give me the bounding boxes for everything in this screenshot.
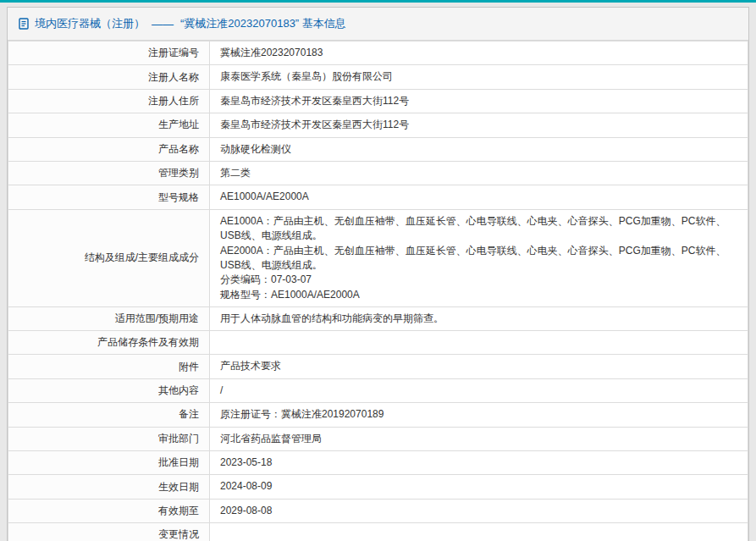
row-label: 产品储存条件及有效期	[8, 331, 210, 355]
header-title: “冀械注准20232070183” 基本信息	[180, 16, 346, 31]
row-label-text: 批准日期	[158, 456, 199, 468]
table-row: 审批部门 河北省药品监督管理局	[8, 427, 748, 450]
row-label: 注册证编号	[8, 41, 210, 65]
row-value	[210, 331, 748, 355]
row-value: 第二类	[210, 161, 748, 185]
row-value: 动脉硬化检测仪	[210, 137, 748, 161]
row-label: 管理类别	[8, 161, 210, 185]
row-value: 2024-08-09	[210, 475, 748, 499]
row-label: 型号规格	[8, 185, 210, 209]
row-label: 附件	[8, 355, 210, 378]
row-label: 生效日期	[8, 475, 210, 499]
row-value: /	[210, 378, 748, 402]
table-row: 变更情况	[8, 523, 748, 541]
table-row: 附件 产品技术要求	[8, 355, 748, 378]
row-label-text: 产品储存条件及有效期	[97, 336, 199, 348]
row-value: AE1000A/AE2000A	[210, 185, 748, 209]
row-label-text: 管理类别	[158, 167, 199, 179]
row-value: 河北省药品监督管理局	[210, 427, 748, 450]
row-label: 备注	[8, 403, 210, 427]
row-value	[210, 523, 748, 541]
row-label-text: 适用范围/预期用途	[115, 312, 199, 324]
row-value: 冀械注准20232070183	[210, 41, 748, 65]
row-value: AE1000A：产品由主机、无创血压袖带、血压延长管、心电导联线、心电夹、心音探…	[210, 209, 748, 306]
table-row: 注册人名称 康泰医学系统（秦皇岛）股份有限公司	[8, 65, 748, 89]
row-label-text: 变更情况	[158, 528, 199, 540]
table-row: 其他内容 /	[8, 378, 748, 402]
registration-table: 注册证编号 冀械注准20232070183 注册人名称 康泰医学系统（秦皇岛）股…	[8, 41, 748, 541]
top-accent-bar	[0, 0, 756, 3]
table-row: 适用范围/预期用途 用于人体动脉血管的结构和功能病变的早期筛查。	[8, 307, 748, 331]
table-row: 产品名称 动脉硬化检测仪	[8, 137, 748, 161]
row-value: 2023-05-18	[210, 451, 748, 475]
row-label: 注册人名称	[8, 65, 210, 89]
row-label: 批准日期	[8, 451, 210, 475]
row-label: 审批部门	[8, 427, 210, 450]
table-row: 型号规格 AE1000A/AE2000A	[8, 185, 748, 209]
row-label: 产品名称	[8, 137, 210, 161]
table-row: 生产地址 秦皇岛市经济技术开发区秦皇西大街112号	[8, 113, 748, 137]
row-label-text: 注册证编号	[148, 47, 199, 58]
row-label-text: 型号规格	[158, 191, 199, 203]
row-label: 变更情况	[8, 523, 210, 541]
row-label-text: 有效期至	[158, 505, 199, 516]
registration-table-body: 注册证编号 冀械注准20232070183 注册人名称 康泰医学系统（秦皇岛）股…	[8, 41, 748, 541]
content-panel: 境内医疗器械（注册） —— “冀械注准20232070183” 基本信息 注册证…	[7, 7, 749, 541]
row-value: 秦皇岛市经济技术开发区秦皇西大街112号	[210, 89, 748, 113]
row-label-text: 注册人名称	[148, 71, 199, 83]
header-category: 境内医疗器械（注册）	[35, 16, 145, 31]
row-label-text: 注册人住所	[148, 95, 199, 107]
row-label: 适用范围/预期用途	[8, 307, 210, 331]
table-row: 有效期至 2029-08-08	[8, 499, 748, 522]
table-row: 管理类别 第二类	[8, 161, 748, 185]
row-label-text: 其他内容	[158, 384, 199, 396]
row-label-text: 生产地址	[158, 119, 199, 130]
document-icon	[18, 18, 30, 30]
page-header: 境内医疗器械（注册） —— “冀械注准20232070183” 基本信息	[8, 8, 748, 41]
row-label-text: 备注	[179, 408, 199, 420]
table-row: 注册人住所 秦皇岛市经济技术开发区秦皇西大街112号	[8, 89, 748, 113]
row-label-text: 结构及组成/主要组成成分	[85, 251, 199, 263]
row-label-text: 附件	[179, 361, 199, 373]
row-label: 注册人住所	[8, 89, 210, 113]
row-value: 2029-08-08	[210, 499, 748, 522]
row-label: 结构及组成/主要组成成分	[8, 209, 210, 306]
header-separator: ——	[152, 18, 174, 30]
table-row: 备注 原注册证号：冀械注准20192070189	[8, 403, 748, 427]
table-row: 结构及组成/主要组成成分 AE1000A：产品由主机、无创血压袖带、血压延长管、…	[8, 209, 748, 306]
table-row: 批准日期 2023-05-18	[8, 451, 748, 475]
row-label-text: 生效日期	[158, 481, 199, 493]
row-value: 用于人体动脉血管的结构和功能病变的早期筛查。	[210, 307, 748, 331]
row-value: 秦皇岛市经济技术开发区秦皇西大街112号	[210, 113, 748, 137]
row-value: 产品技术要求	[210, 355, 748, 378]
table-row: 生效日期 2024-08-09	[8, 475, 748, 499]
row-value: 原注册证号：冀械注准20192070189	[210, 403, 748, 427]
table-row: 注册证编号 冀械注准20232070183	[8, 41, 748, 65]
row-label: 生产地址	[8, 113, 210, 137]
row-label: 有效期至	[8, 499, 210, 522]
row-label-text: 审批部门	[158, 433, 199, 444]
row-label-text: 产品名称	[158, 143, 199, 155]
table-row: 产品储存条件及有效期	[8, 331, 748, 355]
row-label: 其他内容	[8, 378, 210, 402]
row-value: 康泰医学系统（秦皇岛）股份有限公司	[210, 65, 748, 89]
